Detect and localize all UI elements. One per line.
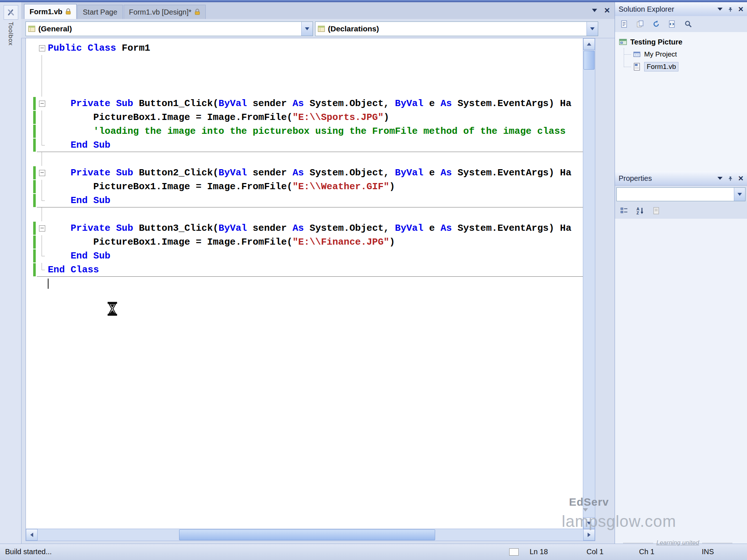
tab-form1-vb-design[interactable]: Form1.vb [Design]* bbox=[124, 5, 206, 19]
code-token: "E:\\Sports.JPG" bbox=[293, 112, 384, 123]
vertical-scrollbar[interactable] bbox=[583, 38, 595, 529]
code-token: "E:\\Weather.GIF" bbox=[293, 181, 389, 192]
collapse-minus-icon[interactable] bbox=[39, 225, 45, 232]
fold-gutter bbox=[36, 110, 47, 124]
code-token: e bbox=[423, 167, 441, 178]
arrow-down-icon bbox=[587, 522, 591, 525]
code-token bbox=[48, 140, 70, 151]
change-tracking-bar bbox=[33, 166, 36, 179]
close-document-icon[interactable]: × bbox=[604, 7, 610, 14]
code-line[interactable]: End Sub bbox=[26, 138, 583, 152]
tree-item-project-root[interactable]: Testing Picture bbox=[619, 36, 747, 48]
code-line[interactable]: PictureBox1.Image = Image.FromFile("E:\\… bbox=[26, 235, 583, 249]
code-token: PictureBox1.Image = Image.FromFile( bbox=[48, 181, 293, 192]
code-token bbox=[88, 250, 93, 261]
dropdown-arrow-icon[interactable] bbox=[301, 22, 313, 36]
scroll-right-button[interactable] bbox=[583, 529, 595, 541]
code-line[interactable]: PictureBox1.Image = Image.FromFile("E:\\… bbox=[26, 110, 583, 124]
auto-hide-pin-icon[interactable] bbox=[728, 7, 733, 12]
code-token: As bbox=[293, 98, 304, 109]
toolbox-icon bbox=[4, 5, 18, 20]
code-line[interactable]: PictureBox1.Image = Image.FromFile("E:\\… bbox=[26, 180, 583, 194]
collapse-minus-icon[interactable] bbox=[39, 170, 45, 176]
code-line[interactable] bbox=[26, 277, 583, 291]
fold-collapse-box[interactable] bbox=[36, 166, 47, 180]
code-text: 'loading the image into the picturebox u… bbox=[48, 124, 566, 138]
code-line[interactable] bbox=[26, 69, 583, 83]
code-line[interactable]: Private Sub Button2_Click(ByVal sender A… bbox=[26, 166, 583, 180]
properties-content bbox=[615, 219, 747, 544]
scroll-up-button[interactable] bbox=[583, 38, 595, 50]
scroll-down-button[interactable] bbox=[583, 517, 595, 529]
active-files-menu-icon[interactable] bbox=[592, 9, 597, 12]
code-line[interactable]: 'loading the image into the picturebox u… bbox=[26, 124, 583, 138]
view-designer-icon[interactable] bbox=[682, 18, 694, 30]
properties-object-dropdown[interactable] bbox=[616, 187, 746, 201]
code-line[interactable] bbox=[26, 83, 583, 97]
tab-start-page[interactable]: Start Page bbox=[77, 5, 123, 19]
tab-form1-vb[interactable]: Form1.vb bbox=[24, 4, 77, 19]
fold-collapse-box[interactable] bbox=[36, 41, 47, 55]
code-line[interactable] bbox=[26, 55, 583, 69]
types-dropdown[interactable]: (General) bbox=[26, 22, 313, 36]
categorized-icon[interactable] bbox=[618, 205, 630, 217]
code-token: As bbox=[441, 167, 452, 178]
code-token: ByVal bbox=[395, 98, 423, 109]
code-line[interactable]: Private Sub Button3_Click(ByVal sender A… bbox=[26, 221, 583, 235]
close-panel-icon[interactable]: × bbox=[738, 5, 743, 13]
change-tracking-bar bbox=[33, 111, 36, 124]
code-token: As bbox=[293, 167, 304, 178]
code-token bbox=[88, 140, 93, 151]
tree-item-form1-vb[interactable]: Form1.vb bbox=[632, 61, 747, 73]
status-column-number: Col 1 bbox=[587, 548, 604, 556]
arrow-right-icon bbox=[588, 533, 591, 537]
dropdown-arrow-icon[interactable] bbox=[734, 188, 745, 201]
code-token: End bbox=[70, 140, 88, 151]
horizontal-scrollbar[interactable] bbox=[26, 529, 595, 541]
fold-collapse-box[interactable] bbox=[36, 221, 47, 235]
collapse-minus-icon[interactable] bbox=[39, 45, 45, 51]
code-token: Private bbox=[70, 223, 110, 234]
properties-icon[interactable] bbox=[618, 18, 630, 30]
fold-collapse-box[interactable] bbox=[36, 97, 47, 110]
code-line[interactable]: End Class bbox=[26, 263, 583, 277]
declarations-icon bbox=[318, 25, 325, 32]
close-panel-icon[interactable]: × bbox=[738, 175, 743, 182]
code-line[interactable]: Private Sub Button1_Click(ByVal sender A… bbox=[26, 97, 583, 110]
code-line[interactable]: End Sub bbox=[26, 194, 583, 207]
scroll-left-button[interactable] bbox=[26, 529, 38, 541]
code-line[interactable] bbox=[26, 207, 583, 221]
show-all-files-icon[interactable] bbox=[634, 18, 646, 30]
code-editor[interactable]: Public Class Form1 Private Sub Button1_C… bbox=[26, 38, 584, 529]
members-dropdown[interactable]: (Declarations) bbox=[315, 22, 598, 36]
editor-region: Form1.vb Start Page Form1.vb [Design]* ×… bbox=[21, 2, 615, 544]
solution-explorer-titlebar: Solution Explorer × bbox=[615, 2, 747, 16]
vertical-scroll-thumb[interactable] bbox=[584, 51, 595, 70]
property-pages-icon[interactable] bbox=[650, 205, 662, 217]
refresh-icon[interactable] bbox=[650, 18, 662, 30]
code-line[interactable]: End Sub bbox=[26, 249, 583, 263]
view-code-icon[interactable] bbox=[666, 18, 678, 30]
fold-gutter bbox=[36, 69, 47, 83]
tree-item-my-project[interactable]: My Project bbox=[632, 48, 747, 61]
collapse-minus-icon[interactable] bbox=[39, 101, 45, 107]
toolbox-label: Toolbox bbox=[7, 22, 14, 46]
toolbox-autohide-tab[interactable]: Toolbox bbox=[0, 2, 22, 544]
alphabetical-sort-icon[interactable]: AZ bbox=[634, 205, 646, 217]
code-line[interactable] bbox=[26, 152, 583, 166]
code-token: System.EventArgs) Ha bbox=[452, 223, 572, 234]
fold-gutter bbox=[36, 207, 47, 221]
window-menu-icon[interactable] bbox=[717, 8, 723, 11]
dropdown-arrow-icon[interactable] bbox=[587, 22, 598, 36]
horizontal-scroll-thumb[interactable] bbox=[179, 529, 435, 540]
fold-gutter bbox=[36, 235, 47, 249]
code-line[interactable]: Public Class Form1 bbox=[26, 41, 583, 55]
code-token: PictureBox1.Image = Image.FromFile( bbox=[48, 237, 293, 248]
solution-explorer-toolbar bbox=[615, 16, 747, 32]
code-token: sender bbox=[247, 167, 293, 178]
auto-hide-pin-icon[interactable] bbox=[728, 176, 733, 181]
status-insert-mode: INS bbox=[702, 548, 714, 556]
window-menu-icon[interactable] bbox=[717, 177, 723, 180]
fold-gutter bbox=[36, 263, 47, 277]
properties-titlebar: Properties × bbox=[615, 171, 747, 186]
